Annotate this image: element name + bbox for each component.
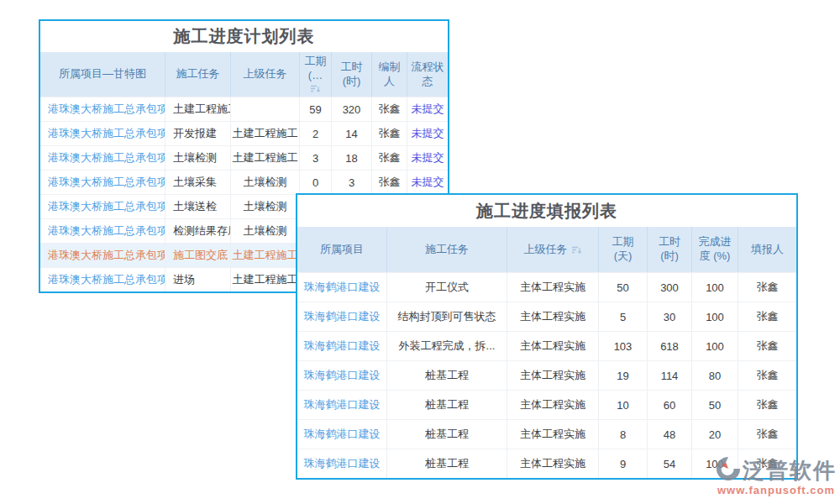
cell-hours: 320	[332, 97, 372, 121]
fanpu-logo: 泛普软件 www.fanpusoft.com	[716, 456, 837, 496]
cell-duration: 3	[300, 145, 332, 170]
cell-hours: 48	[648, 419, 692, 449]
col-header-label: 所属项目	[320, 243, 364, 257]
cell-progress: 100	[692, 331, 738, 360]
col-header-label: 完成进 度 (%)	[699, 235, 732, 264]
cell-parent-task: 主体工程实施	[507, 390, 599, 419]
col-header-duration: 工期 (…	[300, 52, 332, 97]
cell-reporter: 张鑫	[738, 419, 796, 449]
col-header-label: 施工任务	[176, 67, 220, 81]
sort-icon[interactable]	[310, 84, 321, 94]
cell-hours: 54	[648, 449, 692, 478]
cell-task: 进场	[165, 267, 231, 291]
fanpu-logo-icon	[716, 456, 741, 484]
cell-project[interactable]: 港珠澳大桥施工总承包项目	[40, 218, 165, 243]
col-header-label: 工期 (…	[305, 55, 327, 83]
cell-parent-task: 土建工程施工	[231, 243, 300, 267]
cell-project[interactable]: 珠海鹤港口建设	[297, 449, 387, 478]
cell-duration: 2	[300, 121, 332, 145]
cell-project[interactable]: 珠海鹤港口建设	[297, 360, 387, 390]
cell-duration: 5	[599, 302, 648, 331]
col-header-label: 上级任务	[524, 243, 568, 257]
table-row[interactable]: 珠海鹤港口建设桩基工程主体工程实施84820张鑫	[297, 419, 796, 449]
cell-task: 桩基工程	[387, 449, 507, 478]
sort-icon[interactable]	[571, 245, 582, 255]
cell-hours: 114	[648, 360, 692, 390]
col-header-project: 所属项目—甘特图	[40, 52, 165, 97]
cell-progress: 100	[692, 272, 738, 302]
fanpu-logo-text: 泛普软件	[743, 459, 837, 481]
cell-duration: 103	[599, 331, 648, 360]
cell-status[interactable]: 未提交	[407, 170, 448, 194]
cell-project[interactable]: 珠海鹤港口建设	[297, 272, 387, 302]
plan-list-header-row: 所属项目—甘特图施工任务上级任务工期 (…工时 (时)编制 人流程状 态	[40, 52, 448, 97]
cell-task: 土建工程施工	[165, 97, 231, 121]
cell-task: 桩基工程	[387, 390, 507, 419]
table-row[interactable]: 珠海鹤港口建设结构封顶到可售状态主体工程实施530100张鑫	[297, 302, 796, 331]
table-row[interactable]: 珠海鹤港口建设桩基工程主体工程实施106050张鑫	[297, 390, 796, 419]
cell-progress: 80	[692, 360, 738, 390]
cell-task: 桩基工程	[387, 419, 507, 449]
cell-project[interactable]: 港珠澳大桥施工总承包项目	[40, 243, 165, 267]
cell-duration: 0	[300, 170, 332, 194]
report-list-body: 珠海鹤港口建设开工仪式主体工程实施50300100张鑫珠海鹤港口建设结构封顶到可…	[297, 272, 796, 478]
cell-project[interactable]: 港珠澳大桥施工总承包项目	[40, 97, 165, 121]
plan-list-title: 施工进度计划列表	[40, 21, 448, 52]
table-row[interactable]: 港珠澳大桥施工总承包项目开发报建土建工程施工214张鑫未提交	[40, 121, 448, 145]
cell-project[interactable]: 港珠澳大桥施工总承包项目	[40, 121, 165, 145]
cell-task: 开工仪式	[387, 272, 507, 302]
table-row[interactable]: 港珠澳大桥施工总承包项目土建工程施工59320张鑫未提交	[40, 97, 448, 121]
cell-status[interactable]: 未提交	[407, 97, 448, 121]
col-header-label: 流程状 态	[412, 60, 444, 89]
col-header-label: 填报人	[751, 243, 784, 257]
cell-parent-task: 主体工程实施	[507, 360, 599, 390]
cell-hours: 300	[648, 272, 692, 302]
cell-parent-task: 土建工程施工	[231, 121, 300, 145]
cell-project[interactable]: 港珠澳大桥施工总承包项目	[40, 145, 165, 170]
cell-task: 检测结果存底	[165, 218, 231, 243]
col-header-author: 编制 人	[372, 52, 407, 97]
table-row[interactable]: 港珠澳大桥施工总承包项目土壤采集土壤检测03张鑫未提交	[40, 170, 448, 194]
cell-duration: 8	[599, 419, 648, 449]
cell-parent-task: 土建工程施工	[231, 267, 300, 291]
table-row[interactable]: 珠海鹤港口建设开工仪式主体工程实施50300100张鑫	[297, 272, 796, 302]
cell-reporter: 张鑫	[738, 272, 796, 302]
col-header-label: 工期 (天)	[612, 235, 634, 264]
cell-hours: 18	[332, 145, 372, 170]
cell-project[interactable]: 港珠澳大桥施工总承包项目	[40, 170, 165, 194]
table-row[interactable]: 珠海鹤港口建设外装工程完成，拆...主体工程实施103618100张鑫	[297, 331, 796, 360]
cell-status[interactable]: 未提交	[407, 145, 448, 170]
cell-duration: 59	[300, 97, 332, 121]
table-row[interactable]: 珠海鹤港口建设桩基工程主体工程实施1911480张鑫	[297, 360, 796, 390]
col-header-parent-task: 上级任务	[507, 227, 599, 272]
table-row[interactable]: 港珠澳大桥施工总承包项目土壤检测土建工程施工318张鑫未提交	[40, 145, 448, 170]
col-header-label: 编制 人	[379, 60, 401, 89]
cell-status[interactable]: 未提交	[407, 121, 448, 145]
cell-project[interactable]: 珠海鹤港口建设	[297, 302, 387, 331]
cell-reporter: 张鑫	[738, 331, 796, 360]
cell-progress: 100	[692, 302, 738, 331]
col-header-status: 流程状 态	[407, 52, 448, 97]
col-header-hours: 工时 (时)	[648, 227, 692, 272]
col-header-label: 施工任务	[425, 243, 469, 257]
cell-task: 开发报建	[165, 121, 231, 145]
cell-duration: 9	[599, 449, 648, 478]
cell-progress: 20	[692, 419, 738, 449]
cell-author: 张鑫	[372, 145, 407, 170]
cell-duration: 50	[599, 272, 648, 302]
col-header-label: 上级任务	[244, 67, 287, 81]
cell-project[interactable]: 珠海鹤港口建设	[297, 390, 387, 419]
cell-project[interactable]: 港珠澳大桥施工总承包项目	[40, 194, 165, 218]
col-header-project: 所属项目	[297, 227, 387, 272]
cell-author: 张鑫	[372, 170, 407, 194]
cell-hours: 30	[648, 302, 692, 331]
cell-reporter: 张鑫	[738, 390, 796, 419]
cell-task: 结构封顶到可售状态	[387, 302, 507, 331]
cell-project[interactable]: 港珠澳大桥施工总承包项目	[40, 267, 165, 291]
cell-project[interactable]: 珠海鹤港口建设	[297, 419, 387, 449]
cell-project[interactable]: 珠海鹤港口建设	[297, 331, 387, 360]
col-header-duration: 工期 (天)	[599, 227, 648, 272]
cell-task: 桩基工程	[387, 360, 507, 390]
report-list-table: 施工进度填报列表 所属项目施工任务上级任务工期 (天)工时 (时)完成进 度 (…	[296, 193, 798, 480]
cell-progress: 50	[692, 390, 738, 419]
